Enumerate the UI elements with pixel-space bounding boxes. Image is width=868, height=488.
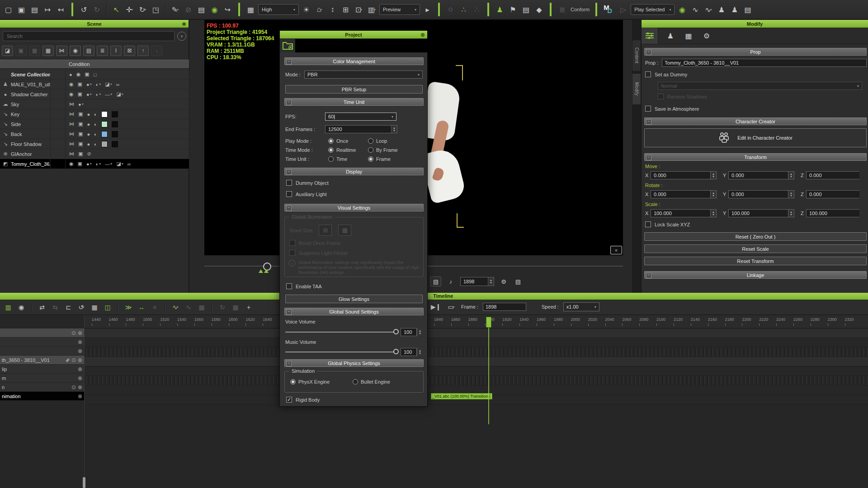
condition-icon[interactable]: ◐: [94, 122, 97, 127]
color-swatch[interactable]: [101, 121, 108, 127]
scene-tool-icon[interactable]: ⊠: [124, 46, 135, 56]
condition-icon[interactable]: ▣: [78, 121, 83, 127]
condition-icon[interactable]: ◉: [69, 91, 74, 97]
condition-icon[interactable]: ◐▾: [96, 161, 101, 167]
viewport-comment-icon[interactable]: ≡: [610, 246, 622, 254]
collapse-icon[interactable]: ⊙: [71, 330, 76, 336]
export-icon[interactable]: ↦: [42, 4, 53, 15]
timeline-track-name[interactable]: n⊙⊗: [0, 383, 84, 392]
swap-alt-icon[interactable]: ⇆: [50, 302, 61, 313]
condition-icon[interactable]: ◐: [94, 112, 97, 117]
close-icon[interactable]: ⊗: [78, 393, 82, 399]
condition-icon[interactable]: ●▾: [78, 102, 84, 107]
swap-icon[interactable]: ⇄: [37, 302, 47, 313]
condition-icon[interactable]: ⋈: [69, 141, 74, 147]
enable-taa-checkbox[interactable]: [286, 283, 292, 289]
grid-dim-icon[interactable]: ▦: [196, 302, 207, 313]
track-column-divider-handle[interactable]: [83, 477, 85, 488]
puppet-icon[interactable]: ◆: [533, 4, 545, 15]
scene-item-male-v01-b-utli[interactable]: ♟MALE_V01_B_utli◉▣●▾◐▾◪▾∞: [0, 80, 189, 89]
condition-icon[interactable]: ◐▾: [96, 92, 101, 97]
condition-icon[interactable]: ●▾: [86, 82, 92, 87]
transform-value-field[interactable]: 100.000▲▼: [651, 209, 717, 217]
frame-spinner[interactable]: 1898 ▲▼: [460, 277, 494, 286]
scene-tool-icon[interactable]: ⋈: [56, 46, 67, 56]
transform-value-field[interactable]: 0.000▲▼: [651, 190, 717, 198]
condition-icon[interactable]: ●: [87, 141, 90, 147]
condition-icon[interactable]: ▣: [85, 71, 89, 77]
scene-panel-menu-icon[interactable]: ◉: [182, 21, 186, 27]
rotate-tool-icon[interactable]: ↻▾: [137, 4, 148, 15]
character-creator-section-header[interactable]: − Character Creator: [644, 117, 867, 125]
render-icon[interactable]: ▥▾: [366, 4, 377, 15]
condition-icon[interactable]: ▣: [78, 161, 82, 167]
redo-icon[interactable]: ↻: [91, 4, 103, 15]
show-keys-icon[interactable]: ◉: [16, 302, 27, 313]
link-icon[interactable]: ∞: [64, 357, 71, 364]
physics-tab-icon[interactable]: ⚙: [701, 32, 712, 40]
scrubber-marker-icon[interactable]: [259, 269, 263, 273]
reset-scale-button[interactable]: Reset Scale: [644, 244, 867, 253]
collapse-icon[interactable]: ≡: [149, 302, 160, 313]
reset-transform-button[interactable]: Reset Transform: [644, 257, 867, 265]
end-frames-spinner[interactable]: 12500 ▲▼: [325, 125, 397, 133]
slider-handle[interactable]: [393, 329, 399, 334]
render-mode-dropdown[interactable]: Preview▾: [379, 4, 420, 15]
md-play-icon[interactable]: ▷: [618, 4, 629, 15]
close-icon[interactable]: ⊗: [420, 32, 425, 38]
light-icon[interactable]: ☀: [301, 4, 312, 15]
condition-icon[interactable]: ⋈: [69, 131, 74, 137]
condition-icon[interactable]: ●▾: [86, 92, 92, 97]
time-unit-frame-radio[interactable]: Frame: [368, 156, 391, 162]
reset-zero-out-button[interactable]: Reset ( Zero Out ): [644, 232, 867, 241]
home-view-icon[interactable]: ⌂▾: [314, 4, 325, 15]
transform-value-field[interactable]: 100.000▲▼: [728, 209, 794, 217]
condition-icon[interactable]: ▣: [78, 91, 82, 97]
play-mode-once-radio[interactable]: Once: [328, 138, 368, 144]
condition-icon[interactable]: ◐: [94, 131, 97, 137]
conform-icon[interactable]: ≣: [557, 4, 568, 15]
transform-value-field[interactable]: 0.000▲▼: [806, 171, 859, 179]
undo-icon[interactable]: ↺: [78, 4, 90, 15]
timeline-track-name[interactable]: ⊙⊗: [0, 328, 84, 338]
scene-item-sky[interactable]: ☁Sky⋈●▾: [0, 99, 189, 109]
track-list-icon[interactable]: ▥: [3, 302, 14, 313]
material-tab-icon[interactable]: ▦: [683, 32, 694, 40]
scene-tool-icon[interactable]: ▣: [15, 46, 27, 56]
open-project-folder-icon[interactable]: [282, 40, 294, 50]
color-mode-dropdown[interactable]: PBR▾: [304, 70, 423, 79]
condition-icon[interactable]: ▣: [78, 141, 83, 147]
scene-tool-icon[interactable]: ◉: [70, 46, 81, 56]
condition-icon[interactable]: ●▾: [86, 161, 92, 167]
scale-tool-icon[interactable]: ◳: [150, 4, 161, 15]
slider-handle[interactable]: [393, 349, 399, 354]
timeline-track-lane[interactable]: [85, 338, 868, 347]
global-sound-settings-header[interactable]: −Global Sound Settings: [284, 308, 424, 315]
color-swatch[interactable]: [112, 121, 118, 127]
rigid-body-checkbox[interactable]: [286, 397, 292, 403]
actor-icon[interactable]: ♟: [494, 4, 505, 15]
scene-item-scene-collection[interactable]: Scene Collection●◉▣□: [0, 70, 189, 80]
measure-tool-icon[interactable]: ◌: [445, 4, 456, 15]
playback-range-icon[interactable]: ▭▾: [446, 301, 457, 312]
timeline-track-name[interactable]: ⊗: [0, 347, 84, 356]
timeline-track-name[interactable]: ⊗: [0, 338, 84, 347]
adjust-sliders-icon[interactable]: [642, 28, 658, 44]
gear-icon[interactable]: ⚙: [499, 277, 509, 286]
close-icon[interactable]: ⊗: [78, 339, 82, 345]
link-tool-icon[interactable]: ✎▾: [170, 4, 181, 15]
scene-item-key[interactable]: ↘Key⋈▣●◐: [0, 109, 189, 119]
playhead-handle[interactable]: [486, 317, 491, 328]
condition-icon[interactable]: ▣: [78, 111, 83, 117]
save-project-icon[interactable]: ▣: [16, 4, 27, 15]
gamepad-icon[interactable]: ◉: [676, 4, 688, 15]
voice-volume-spinner[interactable]: 100 ▲▼: [401, 328, 423, 336]
glow-settings-button[interactable]: Glow Settings: [285, 295, 423, 303]
scene-tool-icon[interactable]: ◪: [2, 46, 13, 56]
condition-icon[interactable]: —▾: [105, 161, 112, 167]
expand-range-icon[interactable]: ↔: [136, 302, 147, 313]
new-project-icon[interactable]: ▢: [3, 4, 14, 15]
close-icon[interactable]: ⊗: [78, 384, 82, 390]
condition-icon[interactable]: ⋈: [69, 151, 74, 157]
fps-combo[interactable]: 60| ▾: [325, 113, 396, 121]
